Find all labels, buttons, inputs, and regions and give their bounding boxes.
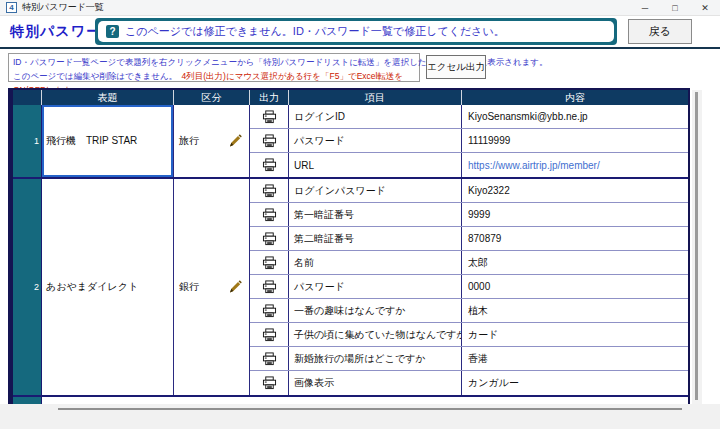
header-category: 区分 [174,90,250,105]
output-cell[interactable] [250,347,289,370]
header-divider [0,47,720,49]
title-cell[interactable]: 飛行機 TRIP STAR [42,105,174,177]
item-label-cell: ログインID [289,105,462,128]
info-banner-inner: ? このページでは修正できません。ID・パスワード一覧で修正してください。 [98,21,614,42]
output-cell[interactable] [250,153,289,177]
value-cell: 0000 [462,275,688,298]
table-group: 1飛行機 TRIP STAR旅行ログインIDKiyoSenansmki@ybb.… [13,105,688,179]
output-cell[interactable] [250,251,289,274]
printer-icon [262,376,277,390]
minimize-button[interactable]: ─ [630,0,660,15]
table-header-row: 表題 区分 出力 項目 内容 [13,90,688,105]
header-output: 出力 [250,90,289,105]
vertical-scrollbar-thumb[interactable] [695,92,698,400]
printer-icon [262,184,277,198]
info-banner: ? このページでは修正できません。ID・パスワード一覧で修正してください。 [95,18,617,45]
output-cell[interactable] [250,203,289,226]
item-label-cell: 画像表示 [289,371,462,395]
edit-pencil-icon[interactable] [227,133,243,149]
edit-pencil-icon[interactable] [227,279,243,295]
value-cell: カード [462,323,688,346]
window-controls: ─ □ ✕ [630,0,720,15]
printer-icon [262,352,277,366]
title-cell[interactable]: あおやまダイレクト [42,179,174,395]
table-group: 2あおやまダイレクト銀行ログインパスワードKiyo2322第一暗証番号9999第… [13,179,688,397]
table-row: 一番の趣味はなんですか植木 [250,299,688,323]
table-row: ログインパスワードKiyo2322 [250,179,688,203]
output-cell[interactable] [250,227,289,250]
app-icon: 4 [6,2,17,13]
vertical-scrollbar[interactable] [692,90,702,404]
printer-icon [262,280,277,294]
value-cell: 11119999 [462,129,688,152]
item-label-cell: ログインパスワード [289,179,462,202]
item-label-cell: 第一暗証番号 [289,203,462,226]
table-body: 1飛行機 TRIP STAR旅行ログインIDKiyoSenansmki@ybb.… [13,105,688,397]
value-cell: Kiyo2322 [462,179,688,202]
table-row: URLhttps://www.airtrip.jp/member/ [250,153,688,177]
close-button[interactable]: ✕ [690,0,720,15]
window-title: 特別パスワード一覧 [22,1,104,14]
printer-icon [262,304,277,318]
horizontal-scrollbar-thumb[interactable] [58,408,682,410]
printer-icon [262,208,277,222]
category-cell[interactable]: 旅行 [174,105,250,177]
value-cell: KiyoSenansmki@ybb.ne.jp [462,105,688,128]
item-label-cell: URL [289,153,462,177]
table-row: パスワード0000 [250,275,688,299]
table-row: 第二暗証番号870879 [250,227,688,251]
output-cell[interactable] [250,275,289,298]
item-label-cell: 子供の頃に集めていた物はなんですか [289,323,462,346]
value-cell: 9999 [462,203,688,226]
row-number-cell: 1 [13,105,42,177]
output-cell[interactable] [250,323,289,346]
info-banner-text: このページでは修正できません。ID・パスワード一覧で修正してください。 [125,24,505,39]
item-label-cell: 新婚旅行の場所はどこですか [289,347,462,370]
header-content: 内容 [462,90,688,105]
bottom-band [0,404,720,429]
item-label-cell: 一番の趣味はなんですか [289,299,462,322]
header-item: 項目 [289,90,462,105]
table-row: 第一暗証番号9999 [250,203,688,227]
password-table: 表題 区分 出力 項目 内容 1飛行機 TRIP STAR旅行ログインIDKiy… [8,88,690,409]
table-row: パスワード11119999 [250,129,688,153]
header-title: 表題 [42,90,174,105]
back-button[interactable]: 戻る [628,19,692,44]
printer-icon [262,134,277,148]
help-icon: ? [106,25,119,38]
url-link-cell[interactable]: https://www.airtrip.jp/member/ [462,153,688,177]
notice-box: ID・パスワード一覧ページで表題列を右クリックメニューから「特別パスワードリスト… [8,53,420,82]
row-number-cell: 2 [13,179,42,395]
printer-icon [262,232,277,246]
table-row: ログインIDKiyoSenansmki@ybb.ne.jp [250,105,688,129]
item-label-cell: パスワード [289,275,462,298]
value-cell: カンガルー [462,371,688,395]
table-row: 画像表示カンガルー [250,371,688,395]
table-row: 名前太郎 [250,251,688,275]
printer-icon [262,110,277,124]
output-cell[interactable] [250,179,289,202]
window-titlebar: 4 特別パスワード一覧 ─ □ ✕ [0,0,720,16]
output-cell[interactable] [250,371,289,395]
value-cell: 870879 [462,227,688,250]
page-header: 特別パスワード一覧 ? このページでは修正できません。ID・パスワード一覧で修正… [0,16,720,47]
output-cell[interactable] [250,105,289,128]
category-cell[interactable]: 銀行 [174,179,250,395]
notice-line2: このページでは編集や削除はできません。 [13,71,177,81]
item-label-cell: パスワード [289,129,462,152]
printer-icon [262,256,277,270]
header-rownum [13,90,42,105]
printer-icon [262,158,277,172]
group-rows: ログインパスワードKiyo2322第一暗証番号9999第二暗証番号870879名… [250,179,688,395]
value-cell: 香港 [462,347,688,370]
value-cell: 植木 [462,299,688,322]
excel-export-button[interactable]: エクセル出力 [426,55,486,79]
maximize-button[interactable]: □ [660,0,690,15]
output-cell[interactable] [250,129,289,152]
value-cell: 太郎 [462,251,688,274]
table-row: 新婚旅行の場所はどこですか香港 [250,347,688,371]
output-cell[interactable] [250,299,289,322]
item-label-cell: 第二暗証番号 [289,227,462,250]
group-rows: ログインIDKiyoSenansmki@ybb.ne.jpパスワード111199… [250,105,688,177]
notice-line1: ID・パスワード一覧ページで表題列を右クリックメニューから「特別パスワードリスト… [13,56,415,68]
